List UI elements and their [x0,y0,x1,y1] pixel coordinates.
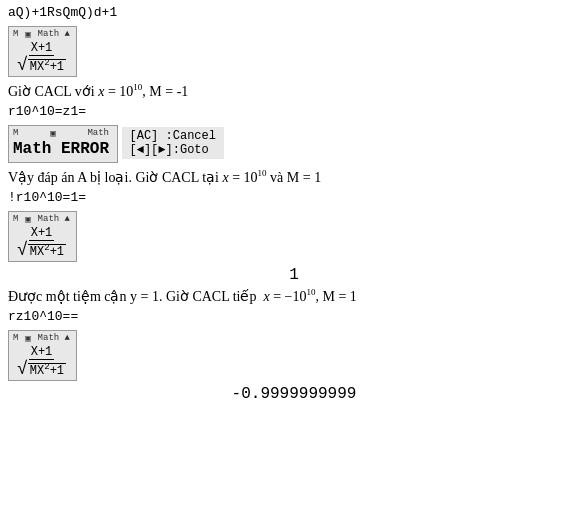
calc-header-right-1: Math ▲ [38,29,70,40]
calc-header-mid-3: ▣ [25,214,30,225]
calc-fraction-1: X+1 √MX2+1 [13,41,70,74]
text-line-2: Vậy đáp án A bị loại. Giờ CACL tại x = 1… [8,168,580,186]
result-value-1: 1 [289,266,299,284]
sqrt-symbol-4: √ [17,359,28,379]
sqrt-content-3: MX2+1 [28,244,66,259]
sqrt-symbol-3: √ [17,240,28,260]
result-1: 1 [8,266,580,284]
fraction-4: X+1 √MX2+1 [15,345,68,378]
fraction-numerator-4: X+1 [29,345,55,360]
calc-display-1: M ▣ Math ▲ X+1 √MX2+1 [8,26,77,77]
sqrt-content-4: MX2+1 [28,363,66,378]
calc-header-3: M ▣ Math ▲ [13,214,70,225]
result-2: -0.9999999999 [8,385,580,403]
error-header-mid: ▣ [50,128,55,139]
fraction-3: X+1 √MX2+1 [15,226,68,259]
error-header-right: Math [87,128,109,139]
fraction-1: X+1 √MX2+1 [15,41,68,74]
fraction-denominator-3: √MX2+1 [15,241,68,259]
calc-header-1: M ▣ Math ▲ [13,29,70,40]
command-2: !r10^10=1= [8,189,580,207]
fraction-numerator-1: X+1 [29,41,55,56]
error-block: M ▣ Math Math ERROR [8,125,118,163]
calc-header-mid-1: ▣ [25,29,30,40]
cancel-block: [AC] :Cancel [◄][►]:Goto [122,127,224,159]
fraction-numerator-3: X+1 [29,226,55,241]
calc-fraction-4: X+1 √MX2+1 [13,345,70,378]
text-line-1: Giờ CACL với x = 1010, M = -1 [8,82,580,100]
sqrt-content-1: MX2+1 [28,59,66,74]
fraction-denominator-1: √MX2+1 [15,56,68,74]
text-line-3: Được một tiệm cận y = 1. Giờ CACL tiếp x… [8,287,580,305]
command-1: r10^10=z1= [8,103,580,121]
calc-header-left-4: M [13,333,18,344]
calc-header-right-4: Math ▲ [38,333,70,344]
calc-display-3: M ▣ Math ▲ X+1 √MX2+1 [8,211,77,262]
calc-display-4: M ▣ Math ▲ X+1 √MX2+1 [8,330,77,381]
calc-fraction-3: X+1 √MX2+1 [13,226,70,259]
calc-header-4: M ▣ Math ▲ [13,333,70,344]
header-command: aQ)+1RsQmQ)d+1 [8,4,580,22]
page-content: aQ)+1RsQmQ)d+1 M ▣ Math ▲ X+1 √MX2+1 Giờ… [8,4,580,403]
calc-header-right-3: Math ▲ [38,214,70,225]
cancel-line-2: [◄][►]:Goto [130,143,216,157]
result-value-2: -0.9999999999 [232,385,357,403]
error-header: M ▣ Math [13,128,109,139]
calc-header-left-1: M [13,29,18,40]
sqrt-symbol-1: √ [17,55,28,75]
calc-header-mid-4: ▣ [25,333,30,344]
cancel-line-1: [AC] :Cancel [130,129,216,143]
error-header-left: M [13,128,18,139]
error-text: Math ERROR [13,140,109,158]
fraction-denominator-4: √MX2+1 [15,360,68,378]
calc-header-left-3: M [13,214,18,225]
command-3: rz10^10== [8,308,580,326]
